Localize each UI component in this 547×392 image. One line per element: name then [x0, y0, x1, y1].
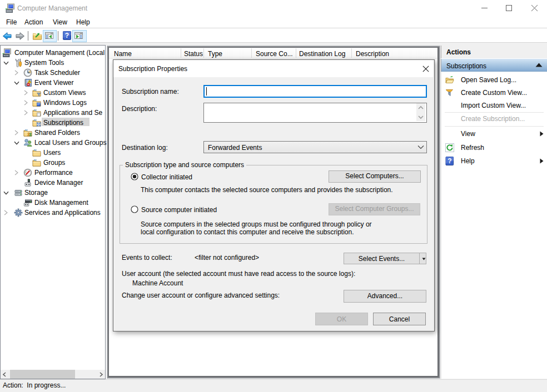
svg-text:?: ?	[447, 157, 451, 165]
svg-text:?: ?	[65, 32, 69, 39]
